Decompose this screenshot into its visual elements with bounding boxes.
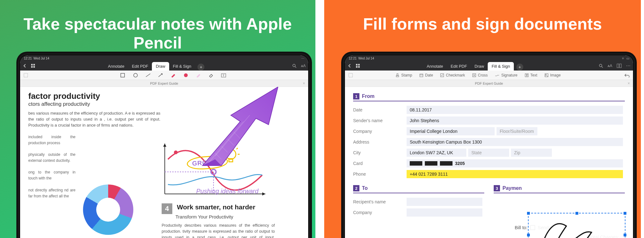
status-bar: 12:21 Wed Jul 14 ᯤ ▭	[345, 55, 633, 61]
date-tool[interactable]: Date	[419, 73, 433, 77]
wifi-icon: ᯤ	[622, 57, 625, 60]
headline-right: Fill forms and sign documents	[324, 0, 641, 33]
grid-icon[interactable]	[356, 64, 360, 68]
svg-point-20	[226, 149, 236, 159]
back-icon[interactable]	[347, 64, 352, 68]
add-tab-button[interactable]: +	[197, 64, 204, 71]
svg-rect-34	[358, 64, 360, 65]
svg-rect-43	[397, 74, 398, 76]
label-company2: Company	[353, 210, 407, 215]
highlighter-tool-icon[interactable]	[196, 73, 201, 77]
text-tool-icon[interactable]: T	[221, 73, 226, 77]
field-address[interactable]: South Kensington Campus Box 1300	[407, 138, 623, 146]
field-recipient[interactable]	[407, 198, 482, 206]
image-tool[interactable]: Image	[544, 73, 561, 77]
document-page: factor productivity ctors affecting prod…	[20, 87, 308, 238]
svg-line-25	[224, 148, 225, 149]
shape-square-icon[interactable]	[120, 73, 126, 77]
svg-rect-2	[31, 66, 33, 68]
search-icon[interactable]	[599, 64, 603, 68]
grid-icon[interactable]	[31, 64, 35, 68]
promo-panel-forms: Fill forms and sign documents 12:21 Wed …	[324, 0, 641, 238]
svg-rect-33	[356, 64, 358, 65]
field-city[interactable]: London SW7 2AZ, UK	[407, 149, 466, 157]
status-date: Wed Jul 14	[34, 57, 49, 60]
undo-icon[interactable]	[624, 73, 630, 77]
text-size-icon[interactable]: ᴀA	[608, 64, 612, 68]
signature-box[interactable]	[528, 213, 625, 238]
svg-line-5	[295, 66, 296, 68]
svg-rect-6	[24, 73, 28, 77]
text-tool[interactable]: TText	[525, 73, 537, 77]
section-title: From	[362, 94, 375, 99]
svg-rect-35	[356, 66, 358, 68]
document-tab[interactable]: PDF Expert Guide ×	[20, 80, 308, 87]
field-phone[interactable]: +44 021 7289 3111	[407, 170, 623, 178]
field-floor[interactable]: Floor/Suite/Room	[497, 127, 537, 135]
eraser-tool-icon[interactable]	[208, 73, 214, 77]
field-date[interactable]: 08.11.2017	[407, 106, 623, 114]
checkmark-tool[interactable]: Checkmark	[440, 73, 465, 77]
section-title: Work smarter, not harder	[177, 203, 255, 211]
svg-rect-44	[420, 74, 423, 77]
cross-tool[interactable]: Cross	[472, 73, 488, 77]
label-recipient: Recipent's name	[353, 199, 407, 204]
svg-point-8	[134, 73, 137, 77]
svg-line-9	[146, 74, 150, 77]
pen-tool-icon[interactable]	[170, 73, 176, 77]
section-number: 3	[494, 185, 500, 191]
field-company2[interactable]	[407, 208, 482, 217]
label-phone: Phone	[353, 172, 407, 177]
tab-draw[interactable]: Draw	[152, 62, 169, 71]
tab-annotate[interactable]: Annotate	[104, 62, 128, 71]
field-company[interactable]: Imperial College London	[407, 127, 495, 135]
book-icon[interactable]	[617, 64, 622, 68]
tab-fill-sign[interactable]: Fill & Sign	[488, 62, 514, 71]
search-icon[interactable]	[292, 64, 297, 68]
text-size-icon[interactable]: ᴀA	[301, 64, 306, 68]
stamp-tool[interactable]: Stamp	[395, 73, 412, 77]
tab-fill-sign[interactable]: Fill & Sign	[169, 62, 195, 71]
section-title: Paymen	[502, 185, 522, 191]
document-tab-label: PDF Expert Guide	[475, 82, 503, 85]
svg-rect-1	[33, 64, 35, 65]
document-tab-label: PDF Expert Guide	[150, 82, 178, 85]
back-icon[interactable]	[23, 64, 27, 68]
label-date: Date	[353, 107, 407, 112]
select-rect-icon[interactable]	[348, 73, 353, 78]
svg-rect-21	[229, 159, 233, 162]
brush-tool-icon[interactable]	[183, 73, 189, 77]
pushing-caption: Pushing ideas forward	[196, 188, 258, 195]
tab-draw[interactable]: Draw	[471, 62, 488, 71]
field-zip[interactable]: Zip	[511, 149, 552, 157]
svg-point-11	[184, 73, 188, 77]
field-sender[interactable]: John Stephens	[407, 116, 623, 125]
doc-subheading: ctors affecting productivity	[28, 101, 300, 107]
svg-point-16	[174, 150, 178, 154]
section-subtitle: Transform Your Productivity	[175, 214, 275, 219]
close-tab-icon[interactable]: ×	[303, 81, 305, 86]
shape-arrow-icon[interactable]	[158, 73, 164, 77]
app-toolbar: Annotate Edit PDF Draw Fill & Sign + ᴀA	[20, 61, 308, 71]
add-tab-button[interactable]: +	[516, 64, 523, 71]
field-card[interactable]: 3205	[407, 159, 623, 167]
svg-rect-42	[396, 76, 399, 77]
battery-icon: ▭	[626, 57, 629, 60]
tab-annotate[interactable]: Annotate	[423, 62, 447, 71]
tab-edit-pdf[interactable]: Edit PDF	[447, 62, 471, 71]
svg-rect-40	[619, 64, 621, 68]
field-state[interactable]: State	[468, 149, 509, 157]
shape-line-icon[interactable]	[145, 73, 151, 77]
svg-rect-36	[358, 66, 360, 68]
more-icon[interactable]: ⋯	[626, 63, 630, 68]
label-company: Company	[353, 129, 407, 134]
signature-tool[interactable]: Signature	[495, 73, 517, 77]
select-rect-icon[interactable]	[23, 73, 28, 78]
svg-line-38	[602, 66, 603, 68]
signature-drawing	[529, 213, 626, 238]
shape-circle-icon[interactable]	[133, 73, 138, 77]
document-tab[interactable]: PDF Expert Guide ×	[345, 80, 633, 87]
close-tab-icon[interactable]: ×	[628, 81, 630, 86]
doc-side-text-1: included inside the production process	[28, 134, 75, 146]
tab-edit-pdf[interactable]: Edit PDF	[128, 62, 152, 71]
